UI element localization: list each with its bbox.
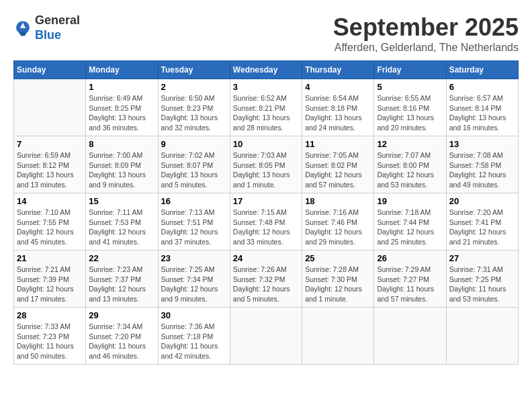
title-block: September 2025 Afferden, Gelderland, The… (333, 13, 519, 54)
logo-text: General Blue (35, 13, 80, 42)
day-number: 30 (161, 310, 227, 320)
day-content: Sunrise: 7:05 AM Sunset: 8:02 PM Dayligh… (305, 150, 371, 190)
day-number: 7 (17, 139, 83, 149)
day-number: 24 (233, 253, 299, 263)
cell-day-26: 26Sunrise: 7:29 AM Sunset: 7:27 PM Dayli… (374, 250, 446, 308)
cell-day-9: 9Sunrise: 7:02 AM Sunset: 8:07 PM Daylig… (158, 136, 230, 193)
day-number: 15 (89, 196, 154, 206)
month-title: September 2025 (333, 13, 519, 42)
col-header-wednesday: Wednesday (230, 61, 302, 79)
day-content: Sunrise: 7:33 AM Sunset: 7:23 PM Dayligh… (17, 322, 83, 361)
cell-day-16: 16Sunrise: 7:13 AM Sunset: 7:51 PM Dayli… (158, 193, 230, 250)
cell-day-6: 6Sunrise: 6:57 AM Sunset: 8:14 PM Daylig… (446, 79, 518, 136)
cell-day-20: 20Sunrise: 7:20 AM Sunset: 7:41 PM Dayli… (446, 193, 518, 250)
day-content: Sunrise: 7:20 AM Sunset: 7:41 PM Dayligh… (449, 208, 515, 247)
cell-day-empty (374, 308, 446, 365)
cell-day-11: 11Sunrise: 7:05 AM Sunset: 8:02 PM Dayli… (302, 136, 374, 193)
day-content: Sunrise: 7:28 AM Sunset: 7:30 PM Dayligh… (305, 265, 371, 304)
col-header-saturday: Saturday (446, 61, 518, 79)
page-header: General Blue September 2025 Afferden, Ge… (13, 13, 519, 54)
day-number: 18 (305, 196, 371, 206)
location: Afferden, Gelderland, The Netherlands (333, 42, 519, 54)
cell-day-8: 8Sunrise: 7:00 AM Sunset: 8:09 PM Daylig… (86, 136, 158, 193)
cell-day-12: 12Sunrise: 7:07 AM Sunset: 8:00 PM Dayli… (374, 136, 446, 193)
cell-day-13: 13Sunrise: 7:08 AM Sunset: 7:58 PM Dayli… (446, 136, 518, 193)
cell-day-empty (446, 308, 518, 365)
day-content: Sunrise: 7:15 AM Sunset: 7:48 PM Dayligh… (233, 208, 299, 247)
cell-day-15: 15Sunrise: 7:11 AM Sunset: 7:53 PM Dayli… (86, 193, 158, 250)
cell-day-7: 7Sunrise: 6:59 AM Sunset: 8:12 PM Daylig… (14, 136, 86, 193)
day-content: Sunrise: 7:13 AM Sunset: 7:51 PM Dayligh… (161, 208, 227, 247)
day-content: Sunrise: 7:21 AM Sunset: 7:39 PM Dayligh… (17, 265, 83, 304)
col-header-thursday: Thursday (302, 61, 374, 79)
day-number: 11 (305, 139, 371, 149)
day-content: Sunrise: 7:11 AM Sunset: 7:53 PM Dayligh… (89, 208, 154, 247)
week-row-4: 21Sunrise: 7:21 AM Sunset: 7:39 PM Dayli… (14, 250, 519, 308)
day-number: 6 (449, 82, 515, 92)
day-content: Sunrise: 7:00 AM Sunset: 8:09 PM Dayligh… (89, 150, 154, 190)
cell-day-21: 21Sunrise: 7:21 AM Sunset: 7:39 PM Dayli… (14, 250, 86, 308)
day-content: Sunrise: 7:18 AM Sunset: 7:44 PM Dayligh… (377, 208, 443, 247)
week-row-1: 1Sunrise: 6:49 AM Sunset: 8:25 PM Daylig… (14, 79, 519, 136)
day-content: Sunrise: 7:31 AM Sunset: 7:25 PM Dayligh… (449, 265, 515, 304)
day-number: 28 (17, 310, 83, 320)
day-content: Sunrise: 7:29 AM Sunset: 7:27 PM Dayligh… (377, 265, 443, 304)
day-number: 2 (161, 82, 227, 92)
day-content: Sunrise: 6:49 AM Sunset: 8:25 PM Dayligh… (89, 93, 154, 133)
day-number: 1 (89, 82, 154, 92)
logo-icon (13, 19, 32, 38)
day-number: 12 (377, 139, 443, 149)
day-content: Sunrise: 7:36 AM Sunset: 7:18 PM Dayligh… (161, 322, 227, 361)
cell-day-23: 23Sunrise: 7:25 AM Sunset: 7:34 PM Dayli… (158, 250, 230, 308)
day-number: 4 (305, 82, 371, 92)
cell-day-5: 5Sunrise: 6:55 AM Sunset: 8:16 PM Daylig… (374, 79, 446, 136)
cell-day-4: 4Sunrise: 6:54 AM Sunset: 8:18 PM Daylig… (302, 79, 374, 136)
cell-day-22: 22Sunrise: 7:23 AM Sunset: 7:37 PM Dayli… (86, 250, 158, 308)
day-content: Sunrise: 7:25 AM Sunset: 7:34 PM Dayligh… (161, 265, 227, 304)
day-content: Sunrise: 7:07 AM Sunset: 8:00 PM Dayligh… (377, 150, 443, 190)
col-header-monday: Monday (86, 61, 158, 79)
day-content: Sunrise: 7:02 AM Sunset: 8:07 PM Dayligh… (161, 150, 227, 190)
day-number: 21 (17, 253, 83, 263)
day-content: Sunrise: 6:50 AM Sunset: 8:23 PM Dayligh… (161, 93, 227, 133)
cell-day-19: 19Sunrise: 7:18 AM Sunset: 7:44 PM Dayli… (374, 193, 446, 250)
cell-day-14: 14Sunrise: 7:10 AM Sunset: 7:55 PM Dayli… (14, 193, 86, 250)
cell-day-1: 1Sunrise: 6:49 AM Sunset: 8:25 PM Daylig… (86, 79, 158, 136)
day-content: Sunrise: 7:34 AM Sunset: 7:20 PM Dayligh… (89, 322, 154, 361)
day-content: Sunrise: 6:55 AM Sunset: 8:16 PM Dayligh… (377, 93, 443, 133)
day-content: Sunrise: 6:52 AM Sunset: 8:21 PM Dayligh… (233, 93, 299, 133)
day-number: 29 (89, 310, 154, 320)
cell-day-24: 24Sunrise: 7:26 AM Sunset: 7:32 PM Dayli… (230, 250, 302, 308)
day-number: 17 (233, 196, 299, 206)
logo: General Blue (13, 13, 80, 42)
day-number: 13 (449, 139, 515, 149)
day-number: 23 (161, 253, 227, 263)
day-content: Sunrise: 7:08 AM Sunset: 7:58 PM Dayligh… (449, 150, 515, 190)
day-number: 25 (305, 253, 371, 263)
cell-day-empty (14, 79, 86, 136)
col-header-friday: Friday (374, 61, 446, 79)
cell-day-29: 29Sunrise: 7:34 AM Sunset: 7:20 PM Dayli… (86, 308, 158, 365)
cell-day-28: 28Sunrise: 7:33 AM Sunset: 7:23 PM Dayli… (14, 308, 86, 365)
cell-day-17: 17Sunrise: 7:15 AM Sunset: 7:48 PM Dayli… (230, 193, 302, 250)
day-number: 26 (377, 253, 443, 263)
day-number: 16 (161, 196, 227, 206)
day-number: 22 (89, 253, 154, 263)
col-header-tuesday: Tuesday (158, 61, 230, 79)
day-content: Sunrise: 7:10 AM Sunset: 7:55 PM Dayligh… (17, 208, 83, 247)
day-content: Sunrise: 7:03 AM Sunset: 8:05 PM Dayligh… (233, 150, 299, 190)
day-content: Sunrise: 6:54 AM Sunset: 8:18 PM Dayligh… (305, 93, 371, 133)
day-number: 10 (233, 139, 299, 149)
day-number: 20 (449, 196, 515, 206)
day-number: 3 (233, 82, 299, 92)
day-content: Sunrise: 7:16 AM Sunset: 7:46 PM Dayligh… (305, 208, 371, 247)
day-content: Sunrise: 7:23 AM Sunset: 7:37 PM Dayligh… (89, 265, 154, 304)
calendar-table: SundayMondayTuesdayWednesdayThursdayFrid… (13, 60, 519, 365)
cell-day-30: 30Sunrise: 7:36 AM Sunset: 7:18 PM Dayli… (158, 308, 230, 365)
cell-day-empty (302, 308, 374, 365)
cell-day-25: 25Sunrise: 7:28 AM Sunset: 7:30 PM Dayli… (302, 250, 374, 308)
week-row-3: 14Sunrise: 7:10 AM Sunset: 7:55 PM Dayli… (14, 193, 519, 250)
day-number: 27 (449, 253, 515, 263)
cell-day-3: 3Sunrise: 6:52 AM Sunset: 8:21 PM Daylig… (230, 79, 302, 136)
day-content: Sunrise: 7:26 AM Sunset: 7:32 PM Dayligh… (233, 265, 299, 304)
